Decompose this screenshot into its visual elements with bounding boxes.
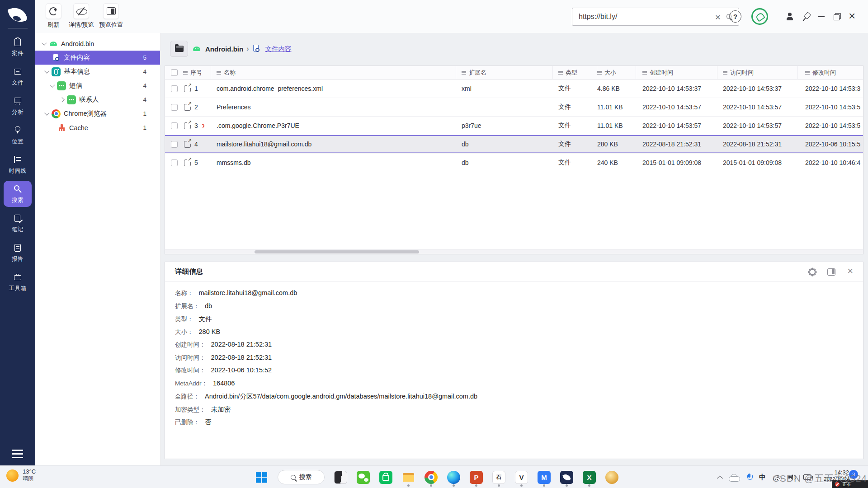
minimize-button[interactable] — [816, 12, 826, 22]
menu-button[interactable] — [12, 450, 23, 458]
chevron-icon[interactable] — [42, 56, 52, 59]
pin-icon[interactable] — [801, 12, 811, 22]
table-row[interactable]: 5 mmssms.db db 文件 240 KB 2015-01-01 09:0… — [165, 154, 863, 172]
file-modified: 2022-10-10 14:53:3 — [798, 80, 863, 98]
sidebar-item-report[interactable]: 报告 — [4, 239, 32, 266]
sidebar-item-cases[interactable]: 案件 — [4, 34, 32, 60]
tree-item-sms[interactable]: 短信 4 — [35, 79, 160, 93]
tree-item-file-content[interactable]: 文件内容 5 — [35, 51, 160, 65]
chevron-icon[interactable] — [40, 42, 49, 45]
row-checkbox[interactable] — [171, 85, 178, 92]
column-header-num[interactable]: 序号 — [183, 66, 211, 79]
sidebar-item-analysis[interactable]: 分析 — [4, 93, 32, 119]
taskbar-app-powerpoint[interactable]: P — [470, 471, 483, 484]
scrollbar-thumb[interactable] — [255, 250, 419, 253]
horizontal-scrollbar[interactable] — [165, 249, 863, 254]
chevron-icon[interactable] — [58, 98, 67, 102]
table-row[interactable]: 1 com.android.chrome_preferences.xml xml… — [165, 80, 863, 98]
column-header-type[interactable]: 类型 — [553, 66, 597, 79]
close-icon[interactable] — [847, 266, 853, 276]
power-battery-icon[interactable] — [803, 474, 811, 480]
open-file-icon[interactable] — [184, 141, 191, 148]
row-checkbox[interactable] — [171, 122, 178, 129]
help-icon[interactable] — [729, 10, 741, 23]
open-file-icon[interactable] — [184, 160, 191, 166]
taskbar-app-gold[interactable] — [605, 471, 618, 484]
tray-overflow-icon[interactable] — [717, 475, 723, 481]
tree-item-basic-info[interactable]: 基本信息 4 — [35, 65, 160, 79]
column-header-size[interactable]: 大小 — [597, 66, 636, 79]
taskbar-app-wechat[interactable] — [357, 471, 370, 484]
chevron-icon[interactable] — [42, 70, 52, 73]
breadcrumb-root[interactable]: Android.bin — [205, 45, 243, 53]
restore-button[interactable] — [832, 12, 842, 22]
gear-icon[interactable] — [809, 269, 816, 275]
table-row[interactable]: 3 .com.google.Chrome.P3r7UE p3r7ue 文件 11… — [165, 117, 863, 135]
sidebar-item-location[interactable]: 位置 — [4, 122, 32, 148]
taskbar-app-dark[interactable] — [334, 471, 347, 484]
notification-toast[interactable]: 正在 — [832, 480, 868, 488]
panel-toggle-icon[interactable] — [827, 268, 835, 276]
field-value: 2022-10-06 10:15:52 — [211, 366, 272, 374]
url-search-input[interactable] — [572, 13, 712, 21]
breadcrumb-current-link[interactable]: 文件内容 — [265, 45, 291, 53]
taskbar-app-explorer[interactable] — [402, 471, 415, 484]
folder-view-button[interactable] — [170, 41, 188, 57]
chevron-icon[interactable] — [42, 113, 52, 115]
taskbar-app-vc[interactable]: V — [515, 471, 528, 484]
chevron-icon[interactable] — [48, 127, 57, 129]
select-all-checkbox[interactable] — [171, 69, 178, 76]
sidebar-item-files[interactable]: 文件 — [4, 63, 32, 89]
taskbar-app-m[interactable]: M — [538, 471, 551, 484]
taskbar-app-excel[interactable]: X — [583, 471, 596, 484]
row-checkbox[interactable] — [171, 160, 178, 166]
details-preview-button[interactable]: 详情/预览 — [69, 3, 94, 29]
open-file-icon[interactable] — [184, 122, 191, 129]
sidebar-item-search[interactable]: 搜索 — [4, 181, 32, 207]
file-accessed: 2022-10-10 14:53:37 — [717, 80, 798, 98]
chevron-icon[interactable] — [48, 84, 57, 87]
table-row[interactable]: 2 Preferences 文件 11.01 KB 2022-10-10 14:… — [165, 98, 863, 117]
user-icon[interactable] — [785, 12, 795, 21]
taskbar-clock[interactable]: 14:32 2022/10/24 — [824, 469, 849, 482]
sidebar-item-toolbox[interactable]: 工具箱 — [4, 269, 32, 295]
preview-position-button[interactable]: 预览位置 — [99, 3, 123, 29]
refresh-button[interactable]: 刷新 — [43, 3, 63, 29]
column-header-created[interactable]: 创建时间 — [636, 66, 717, 79]
taskbar-search[interactable]: 搜索 — [278, 470, 325, 484]
notification-bell-icon[interactable] — [751, 8, 768, 25]
open-file-icon[interactable] — [184, 85, 191, 92]
tree-item-android-bin[interactable]: Android.bin — [35, 37, 160, 51]
column-header-modified[interactable]: 修改时间 — [798, 66, 863, 79]
taskbar-app-shimo[interactable]: 石 — [492, 471, 505, 484]
volume-icon[interactable] — [788, 474, 797, 480]
taskbar-app-store[interactable] — [379, 471, 392, 484]
app-icon: 石 — [492, 471, 505, 484]
table-row[interactable]: 4 mailstore.litahui18@gmail.com.db db 文件… — [165, 135, 863, 154]
taskbar-app-chrome[interactable] — [425, 471, 438, 484]
taskbar-app-edge[interactable] — [447, 471, 460, 484]
row-checkbox[interactable] — [171, 141, 178, 148]
taskbar-app-forensic[interactable] — [560, 471, 573, 484]
row-checkbox[interactable] — [171, 104, 178, 111]
sidebar-item-timeline[interactable]: 时间线 — [4, 151, 32, 178]
tree-label: 联系人 — [79, 95, 99, 104]
sidebar-item-notes[interactable]: 笔记 — [4, 210, 32, 236]
column-header-name[interactable]: 名称 — [211, 66, 456, 79]
column-header-ext[interactable]: 扩展名 — [456, 66, 553, 79]
open-file-icon[interactable] — [184, 104, 191, 111]
ime-indicator[interactable]: 中 — [759, 473, 766, 482]
start-button[interactable] — [255, 471, 268, 484]
cloud-icon[interactable] — [729, 474, 740, 481]
window-controls — [729, 0, 857, 33]
column-header-accessed[interactable]: 访问时间 — [717, 66, 798, 79]
clear-icon[interactable] — [712, 12, 724, 22]
microphone-icon[interactable] — [746, 474, 752, 481]
close-button[interactable] — [847, 12, 857, 22]
wifi-icon[interactable] — [773, 474, 782, 480]
tree-item-chrome-browser[interactable]: Chrome浏览器 1 — [35, 107, 160, 121]
tree-item-contacts[interactable]: 联系人 4 — [35, 93, 160, 107]
weather-widget[interactable]: 13°C 晴朗 — [6, 468, 36, 483]
notification-count-badge[interactable]: 3 — [849, 470, 858, 479]
tree-item-cache[interactable]: Cache 1 — [35, 121, 160, 135]
